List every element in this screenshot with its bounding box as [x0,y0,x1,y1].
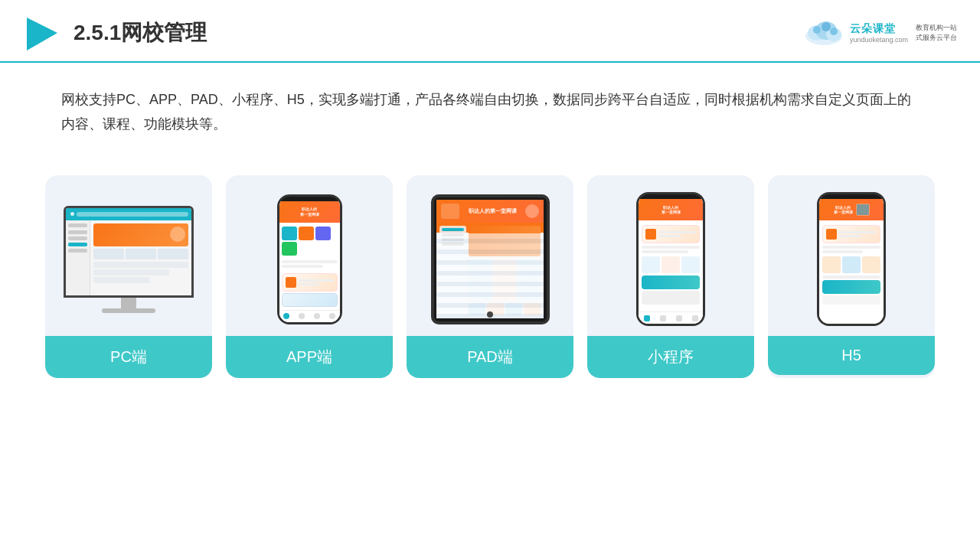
card-pc-image [45,175,212,336]
logo-brand: 云朵课堂 [850,22,908,36]
svg-point-6 [822,22,831,31]
card-mini-image: 职达人的第一堂网课 [587,175,754,336]
cloud-logo-icon [803,19,845,47]
monitor-screen [64,206,194,298]
card-pad: 职达人的第一堂网课 [407,175,573,378]
phone-h5: 职达人的第一堂网课 [817,192,886,326]
card-app-image: 职达人的第一堂网课 [226,175,393,336]
svg-point-5 [813,26,821,34]
logo-area: 云朵课堂 yunduoketang.com 教育机构一站 式服务云平台 [803,19,957,47]
card-mini-label: 小程序 [587,336,754,378]
card-h5-label: H5 [768,336,935,375]
card-pad-image: 职达人的第一堂网课 [407,175,573,336]
card-pad-label: PAD端 [407,336,573,378]
page-title: 2.5.1网校管理 [74,18,207,47]
phone-app: 职达人的第一堂网课 [277,194,342,324]
card-mini: 职达人的第一堂网课 [587,175,754,378]
svg-marker-0 [27,18,57,51]
device-cards: PC端 职达人的第一堂网课 [0,160,980,378]
play-icon [23,14,61,52]
card-h5: 职达人的第一堂网课 [768,175,935,378]
page-header: 2.5.1网校管理 云朵课堂 yunduoketang.com 教育机构一站 [0,0,980,63]
header-left: 2.5.1网校管理 [23,14,207,52]
logo-tagline: 教育机构一站 [916,23,957,33]
svg-point-7 [830,28,838,35]
card-pc: PC端 [45,175,212,378]
tablet-pad: 职达人的第一堂网课 [431,194,550,324]
phone-mini: 职达人的第一堂网课 [636,192,705,326]
description-text: 网校支持PC、APP、PAD、小程序、H5，实现多端打通，产品各终端自由切换，数… [0,63,980,152]
card-app-label: APP端 [226,336,393,378]
card-h5-image: 职达人的第一堂网课 [768,175,935,336]
card-pc-label: PC端 [45,336,212,378]
logo-domain: yunduoketang.com [850,36,908,44]
logo-tagline2: 式服务云平台 [916,33,957,43]
card-app: 职达人的第一堂网课 [226,175,393,378]
